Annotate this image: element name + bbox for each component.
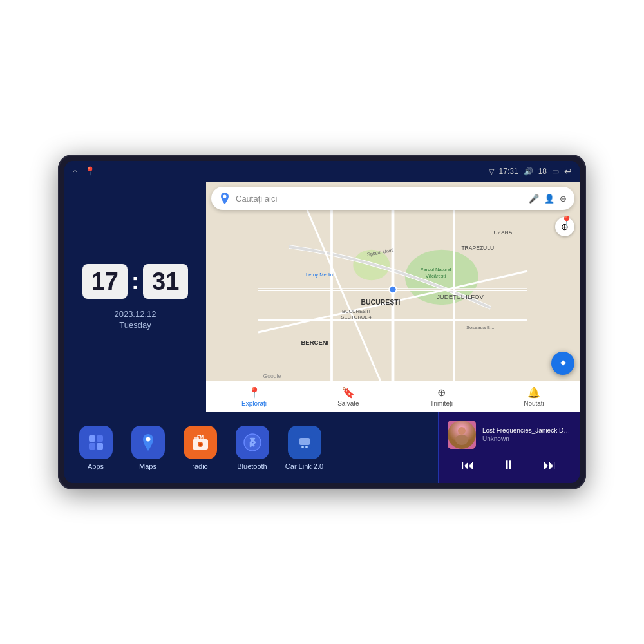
map-nav-saved[interactable]: 🔖 Salvate xyxy=(337,386,359,407)
battery-icon: ▭ xyxy=(552,167,559,176)
svg-rect-25 xyxy=(97,435,103,442)
map-mic-icon[interactable]: 🎤 xyxy=(529,194,539,204)
status-time: 17:31 xyxy=(499,167,518,176)
clock-date: 2023.12.12 Tuesday xyxy=(114,309,156,330)
device-frame: ⌂ 📍 ▽ 17:31 🔊 18 ▭ ↩ 17 : xyxy=(58,155,586,489)
svg-text:SECTORUL 4: SECTORUL 4 xyxy=(341,314,371,320)
clock-minutes: 31 xyxy=(143,264,188,299)
map-area: BUCUREȘTI JUDEȚUL ILFOV TRAPEZULUI UZANA… xyxy=(206,210,580,381)
map-nav-news[interactable]: 🔔 Noutăți xyxy=(524,386,544,407)
music-text: Lost Frequencies_Janieck Devy-... Unknow… xyxy=(482,427,571,442)
maps-icon-bg xyxy=(131,426,165,459)
status-bar: ⌂ 📍 ▽ 17:31 🔊 18 ▭ ↩ xyxy=(64,161,580,182)
app-icon-radio[interactable]: FM radio xyxy=(179,426,221,470)
volume-icon: 🔊 xyxy=(524,167,533,176)
svg-text:Văcărești: Văcărești xyxy=(426,273,446,279)
music-prev-button[interactable]: ⏮ xyxy=(457,455,480,475)
clock-display: 17 : 31 xyxy=(82,264,189,299)
app-shortcuts: Apps Maps xyxy=(64,412,438,483)
device-screen: ⌂ 📍 ▽ 17:31 🔊 18 ▭ ↩ 17 : xyxy=(64,161,580,483)
back-icon[interactable]: ↩ xyxy=(564,166,572,176)
music-info: Lost Frequencies_Janieck Devy-... Unknow… xyxy=(448,421,571,449)
svg-rect-27 xyxy=(97,443,103,450)
music-thumbnail xyxy=(448,421,476,449)
svg-point-31 xyxy=(199,443,202,446)
svg-text:Google: Google xyxy=(263,373,281,379)
status-left-icons: ⌂ 📍 xyxy=(72,166,95,177)
app-icon-carlink[interactable]: Car Link 2.0 xyxy=(283,426,325,470)
svg-text:UZANA: UZANA xyxy=(494,229,513,236)
home-icon[interactable]: ⌂ xyxy=(72,166,78,177)
map-account-icon[interactable]: 👤 xyxy=(544,194,554,204)
saved-icon: 🔖 xyxy=(342,386,355,399)
main-content: 17 : 31 2023.12.12 Tuesday xyxy=(64,182,580,483)
clock-hours: 17 xyxy=(82,264,128,299)
apps-icon-bg xyxy=(79,426,113,459)
app-icon-apps[interactable]: Apps xyxy=(75,426,117,470)
svg-text:BERCENI: BERCENI xyxy=(301,339,329,346)
bottom-section: Apps Maps xyxy=(64,412,580,483)
map-bottom-nav: 📍 Explorați 🔖 Salvate ⊕ Trimiteți 🔔 xyxy=(206,381,580,412)
svg-rect-39 xyxy=(305,446,308,448)
map-search-actions: 🎤 👤 ⊕ xyxy=(529,194,567,204)
radio-label: radio xyxy=(192,462,207,470)
bluetooth-svg-icon xyxy=(243,433,261,451)
svg-text:BUCUREȘTI: BUCUREȘTI xyxy=(342,308,370,314)
svg-text:Parcul Natural: Parcul Natural xyxy=(420,267,451,272)
app-icon-bluetooth[interactable]: Bluetooth xyxy=(231,426,273,470)
svg-text:FM: FM xyxy=(196,435,203,439)
svg-point-28 xyxy=(146,437,150,441)
clock-colon: : xyxy=(131,270,139,293)
apps-label: Apps xyxy=(88,462,104,470)
status-right: ▽ 17:31 🔊 18 ▭ ↩ xyxy=(489,166,572,176)
music-title: Lost Frequencies_Janieck Devy-... xyxy=(482,427,571,434)
top-section: 17 : 31 2023.12.12 Tuesday xyxy=(64,182,580,412)
svg-rect-37 xyxy=(299,438,310,445)
signal-icon: ▽ xyxy=(489,167,494,176)
carlink-svg-icon xyxy=(295,433,314,452)
map-svg: BUCUREȘTI JUDEȚUL ILFOV TRAPEZULUI UZANA… xyxy=(206,210,580,381)
bluetooth-icon-bg xyxy=(236,426,269,459)
location-icon[interactable]: 📍 xyxy=(84,166,95,176)
map-search-placeholder[interactable]: Căutați aici xyxy=(236,194,524,204)
map-recenter-button[interactable]: ✦ xyxy=(551,352,574,375)
svg-point-42 xyxy=(458,427,466,435)
svg-point-43 xyxy=(455,435,468,445)
clock-date-text: 2023.12.12 xyxy=(114,309,156,319)
svg-point-34 xyxy=(244,434,261,451)
svg-rect-26 xyxy=(89,443,95,450)
carlink-icon-bg xyxy=(288,426,321,459)
map-pin-icon: 📍 xyxy=(560,215,573,227)
svg-text:BUCUREȘTI: BUCUREȘTI xyxy=(361,299,401,306)
music-controls: ⏮ ⏸ ⏭ xyxy=(448,455,571,475)
maps-label: Maps xyxy=(139,462,156,470)
svg-text:Leroy Merlin: Leroy Merlin xyxy=(306,272,333,278)
svg-text:Șoseaua B...: Șoseaua B... xyxy=(466,325,494,330)
svg-rect-38 xyxy=(301,446,304,448)
carlink-label: Car Link 2.0 xyxy=(285,462,323,470)
maps-pin-icon xyxy=(138,433,158,452)
svg-rect-24 xyxy=(89,435,95,442)
clock-panel: 17 : 31 2023.12.12 Tuesday xyxy=(64,182,206,412)
map-nav-explore-label: Explorați xyxy=(242,400,267,407)
map-panel[interactable]: Căutați aici 🎤 👤 ⊕ xyxy=(206,182,580,412)
map-nav-explore[interactable]: 📍 Explorați xyxy=(242,386,267,407)
music-artist: Unknown xyxy=(482,435,571,442)
map-search-bar[interactable]: Căutați aici 🎤 👤 ⊕ xyxy=(211,187,574,210)
bluetooth-label: Bluetooth xyxy=(237,462,267,470)
map-nav-send[interactable]: ⊕ Trimiteți xyxy=(430,386,453,407)
music-next-button[interactable]: ⏭ xyxy=(538,455,562,475)
radio-icon-bg: FM xyxy=(184,426,217,459)
radio-svg-icon: FM xyxy=(191,433,210,452)
send-icon: ⊕ xyxy=(437,386,446,399)
maps-logo-icon xyxy=(219,193,231,204)
music-play-button[interactable]: ⏸ xyxy=(497,455,520,475)
svg-point-22 xyxy=(389,286,396,293)
map-nav-news-label: Noutăți xyxy=(524,400,544,407)
map-layers-icon[interactable]: ⊕ xyxy=(560,194,567,204)
map-nav-send-label: Trimiteți xyxy=(430,400,453,407)
app-icon-maps[interactable]: Maps xyxy=(127,426,169,470)
clock-day-text: Tuesday xyxy=(114,320,156,330)
svg-point-0 xyxy=(223,195,227,198)
explore-icon: 📍 xyxy=(248,386,261,399)
